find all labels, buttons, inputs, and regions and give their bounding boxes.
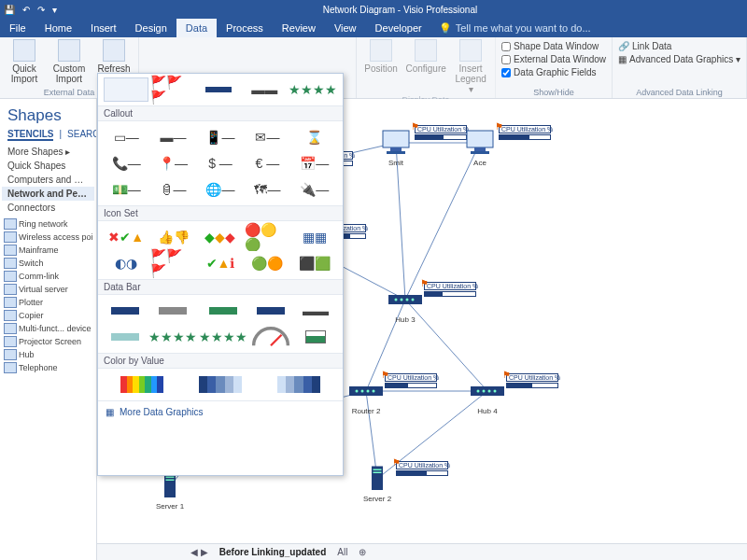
dg-tile[interactable]: ⌛ (292, 125, 337, 149)
shape-item[interactable]: Multi-funct... device (4, 323, 92, 334)
dg-tile[interactable]: 📍— (150, 151, 195, 175)
dg-tile[interactable]: ◆◆◆ (198, 225, 243, 249)
dg-tile[interactable] (261, 372, 337, 397)
svg-rect-62 (374, 469, 382, 471)
save-icon[interactable]: 💾 (4, 5, 15, 15)
shape-item[interactable]: Projector Screen (4, 336, 92, 347)
tab-design[interactable]: Design (126, 19, 176, 37)
dg-tile[interactable]: 🔴🟡🟢 (245, 225, 289, 249)
shape-item[interactable]: Hub (4, 349, 92, 360)
dg-tile[interactable] (104, 372, 180, 397)
stencils-tab[interactable]: STENCILS (7, 129, 53, 141)
dg-tile[interactable]: $ — (198, 151, 243, 175)
tell-me-search[interactable]: 💡 Tell me what you want to do... (431, 19, 747, 37)
more-shapes[interactable]: More Shapes ▸ (2, 145, 94, 159)
node-hub3[interactable]: Hub 3 (387, 286, 424, 324)
colorbyvalue-label: Color by Value (98, 353, 343, 369)
tab-file[interactable]: File (0, 19, 35, 37)
dg-tile[interactable]: 💵— (104, 177, 148, 202)
node-server2[interactable]: Server 2 (359, 465, 396, 503)
tab-insert[interactable]: Insert (81, 19, 126, 37)
no-graphic-tile[interactable] (104, 77, 148, 102)
undo-icon[interactable]: ↶ (22, 5, 30, 15)
node-label: Hub 4 (477, 407, 497, 415)
node-server1[interactable]: Server 1 (151, 472, 189, 511)
external-data-window-checkbox[interactable]: External Data Window (501, 54, 606, 64)
dg-tile[interactable]: ✖✔▲ (104, 225, 148, 249)
shape-item[interactable]: Telephone (4, 362, 92, 373)
dg-tile[interactable]: 🛢— (150, 177, 195, 202)
bars-2-tile[interactable]: ▬▬ (243, 77, 288, 102)
tab-data[interactable]: Data (176, 19, 217, 37)
sheet-nav[interactable]: ◀ ▶ (190, 547, 208, 557)
redo-icon[interactable]: ↷ (37, 5, 45, 15)
dg-tile[interactable]: 👍👎 (150, 225, 195, 249)
stencil-network-peripherals[interactable]: Network and Periphera (2, 187, 94, 201)
shape-item[interactable]: Plotter (4, 297, 92, 308)
node-label: Server 1 (156, 502, 184, 511)
dg-tile[interactable]: 📱— (198, 125, 243, 149)
search-tab[interactable]: SEARCH (67, 129, 97, 141)
tab-view[interactable]: View (325, 19, 366, 37)
dg-tile[interactable]: ▬▬ (294, 299, 337, 323)
dg-tile[interactable]: ▬— (150, 125, 195, 149)
tab-home[interactable]: Home (35, 19, 81, 37)
dg-tile[interactable] (148, 299, 197, 323)
tab-process[interactable]: Process (217, 19, 273, 37)
shape-item[interactable]: Ring network (4, 218, 92, 230)
dg-tile[interactable]: ✉— (245, 125, 289, 149)
dg-tile[interactable]: ▦▦ (292, 225, 337, 249)
dg-tile[interactable] (249, 325, 292, 349)
node-hub4[interactable]: Hub 4 (469, 377, 506, 415)
custom-import-button[interactable]: Custom Import (50, 39, 88, 84)
node-label: Hub 3 (395, 315, 415, 324)
shape-item[interactable]: Wireless access point (4, 231, 92, 243)
dg-tile[interactable] (249, 299, 292, 323)
stencil-connectors[interactable]: Connectors (2, 201, 94, 215)
dg-tile[interactable]: 📅— (292, 151, 337, 175)
dg-tile[interactable] (294, 325, 337, 349)
dg-tile[interactable]: ★★★★ (199, 325, 247, 349)
dg-tile[interactable]: 🚩🚩🚩 (150, 251, 195, 275)
dg-tile[interactable]: ⬛🟩 (292, 251, 337, 275)
shape-item[interactable]: Mainframe (4, 245, 92, 256)
dg-tile[interactable]: ★★★★ (148, 325, 197, 349)
sheet-tab-1[interactable]: All (337, 547, 347, 557)
dg-tile[interactable]: ✔▲ℹ (198, 251, 243, 275)
sheet-tab-0[interactable]: Before Linking_updated (219, 547, 326, 557)
stencil-computers[interactable]: Computers and Monitor (2, 173, 94, 187)
dg-tile[interactable]: € — (245, 151, 289, 175)
advanced-data-graphics-button[interactable]: ▦Advanced Data Graphics ▾ (618, 54, 740, 64)
shape-data-window-checkbox[interactable]: Shape Data Window (501, 41, 606, 51)
shape-item[interactable]: Comm-link (4, 271, 92, 282)
dg-tile[interactable]: 📞— (104, 151, 148, 175)
dg-tile[interactable] (104, 325, 147, 349)
stars-tile[interactable]: ★★★★ (289, 77, 337, 102)
node-smit[interactable]: Smit (377, 129, 415, 167)
data-graphic-fields-checkbox[interactable]: Data Graphic Fields (501, 67, 606, 77)
node-ace[interactable]: Ace (461, 129, 499, 167)
insert-legend-button[interactable]: Insert Legend ▾ (452, 39, 489, 94)
dg-tile[interactable] (182, 372, 259, 397)
tab-developer[interactable]: Developer (366, 19, 431, 37)
link-data-button[interactable]: 🔗Link Data (618, 41, 740, 51)
shape-item[interactable]: Switch (4, 258, 92, 269)
dg-tile[interactable] (104, 299, 147, 323)
dg-tile[interactable] (199, 299, 247, 323)
quick-import-button[interactable]: Quick Import (6, 39, 43, 84)
dg-tile[interactable]: 🟢🟠 (245, 251, 289, 275)
stencil-quick-shapes[interactable]: Quick Shapes (2, 159, 94, 173)
node-router2[interactable]: Router 2 (347, 377, 385, 415)
dg-tile[interactable]: 🗺— (245, 177, 289, 202)
dg-tile[interactable]: 🔌— (292, 177, 337, 202)
bar-tile[interactable] (196, 77, 241, 102)
shape-item[interactable]: Virtual server (4, 284, 92, 295)
tab-review[interactable]: Review (273, 19, 325, 37)
dg-tile[interactable]: 🌐— (198, 177, 243, 202)
dg-tile[interactable]: ▭— (104, 125, 148, 149)
sheet-add-icon[interactable]: ⊕ (359, 547, 366, 557)
more-data-graphics[interactable]: ▦ More Data Graphics (98, 400, 343, 423)
dg-tile[interactable]: ◐◑ (104, 251, 148, 275)
flags-tile[interactable]: 🚩🚩🚩 (150, 77, 195, 102)
shape-item[interactable]: Copier (4, 310, 92, 321)
